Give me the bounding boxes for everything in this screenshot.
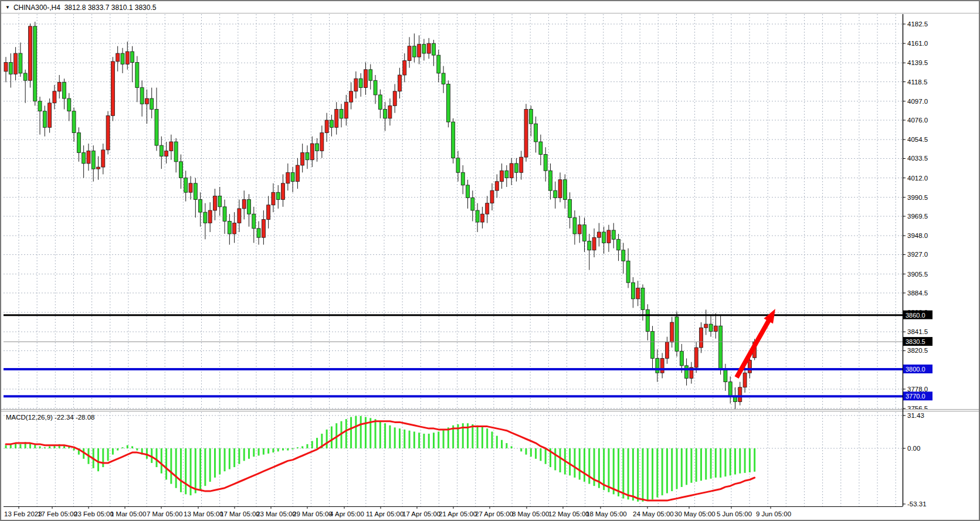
header-separator [1,13,979,13]
bull-candle [665,342,669,359]
time-axis-label: 13 Mar 05:00 [184,510,223,517]
bull-candle [699,328,703,348]
bull-candle [267,205,270,220]
bear-candle [588,241,591,250]
bull-candle [116,53,120,62]
bull-candle [510,164,513,178]
bull-candle [286,172,290,183]
bull-candle [208,210,212,223]
bull-candle [403,60,406,75]
bear-candle [529,110,533,124]
bear-candle [554,190,557,197]
bull-candle [233,223,236,234]
bear-candle [651,331,655,358]
bear-candle [728,382,732,397]
bear-candle [228,221,231,234]
time-axis-label: 12 May 05:00 [548,510,589,517]
bear-candle [544,155,547,171]
bull-candle [364,70,367,88]
bull-candle [486,203,489,214]
price-axis-label: 3905.5 [907,271,928,278]
bear-candle [369,70,372,80]
bull-candle [97,167,100,169]
bear-candle [446,84,450,122]
bull-candle [354,79,358,91]
bear-candle [583,225,586,241]
bull-candle [126,52,129,64]
time-axis-label: 5 Jun 05:00 [717,510,752,517]
bear-candle [155,110,158,146]
bull-candle [636,288,640,298]
bull-candle [607,230,611,243]
bull-candle [282,183,285,200]
bear-candle [675,317,679,352]
bear-candle [384,110,387,118]
bear-candle [150,98,154,109]
time-axis-label: 1 Mar 05:00 [110,510,146,517]
bear-candle [437,55,440,73]
price-badge-label: 3800.0 [906,366,925,373]
chart-window: ▼CHINA300-,H4 3812.8 3833.7 3810.1 3830.… [0,0,980,521]
bull-candle [262,219,265,237]
macd-axis-label: -53.31 [907,500,927,508]
bear-candle [466,185,470,198]
symbol-dropdown-icon[interactable]: ▼ [5,5,10,10]
bear-candle [291,172,294,181]
bull-candle [743,373,747,387]
bull-candle [398,75,401,91]
bear-candle [199,200,202,213]
bull-candle [350,91,353,102]
bear-candle [656,359,659,373]
bull-candle [165,151,168,156]
bull-candle [495,182,499,190]
price-axis-label: 3990.5 [907,194,928,201]
time-axis-label: 21 Apr 05:00 [439,510,477,517]
bear-candle [316,144,319,151]
bull-candle [189,183,192,192]
bear-candle [247,200,251,214]
bear-candle [617,239,620,250]
bull-candle [427,43,430,53]
bull-candle [28,26,32,80]
bull-candle [111,62,114,115]
bear-candle [257,229,260,237]
price-axis-label: 4012.0 [907,175,928,182]
bull-candle [169,142,173,151]
bull-candle [714,326,717,331]
bull-candle [670,322,674,342]
bear-candle [140,88,144,104]
bear-candle [724,369,727,382]
price-axis-label: 3778.0 [907,386,928,393]
bull-candle [145,98,148,104]
bear-candle [67,98,71,111]
bull-candle [310,144,314,160]
price-axis-label: 4054.5 [907,136,928,143]
bear-candle [641,288,645,309]
bear-candle [719,326,723,369]
bull-candle [296,165,299,182]
bear-candle [72,111,76,133]
bear-candle [252,214,256,229]
bear-candle [471,197,474,210]
bear-candle [218,196,222,206]
price-axis-label: 4118.5 [907,79,927,86]
time-axis-label: 7 Mar 05:00 [147,510,182,517]
bear-candle [276,192,280,199]
bull-candle [490,190,494,203]
bull-candle [344,102,348,118]
bear-candle [131,52,134,62]
bear-candle [91,151,95,169]
bear-candle [680,351,683,366]
price-axis-label: 3884.5 [907,290,928,297]
bear-candle [563,180,567,200]
time-axis-label: 27 Apr 05:00 [475,510,513,517]
bull-candle [694,348,698,367]
bull-candle [242,200,246,209]
bear-candle [626,261,630,282]
price-chart-canvas[interactable]: 4182.54161.04139.54118.54097.04076.04054… [1,1,980,521]
bear-candle [476,210,479,222]
bear-candle [548,171,552,190]
price-axis-label: 3969.5 [907,213,928,220]
price-axis-label: 3841.5 [907,328,928,335]
bull-candle [418,45,421,57]
